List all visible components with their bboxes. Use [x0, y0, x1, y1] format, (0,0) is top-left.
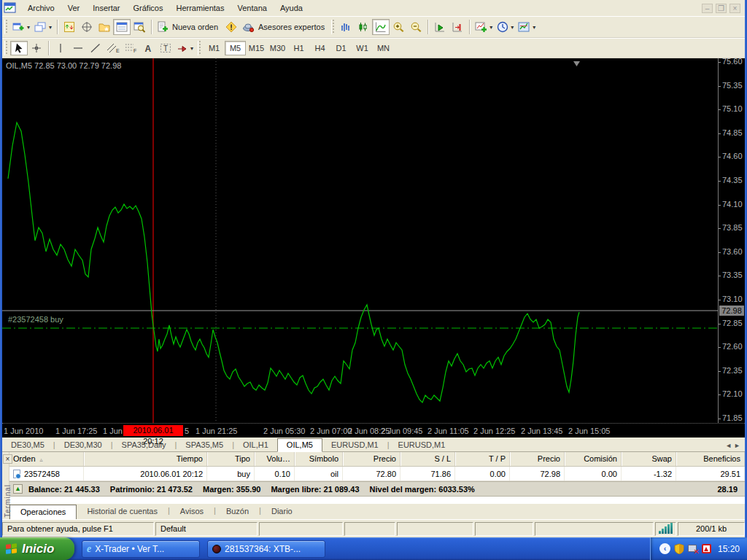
column-header-precio[interactable]: Precio [510, 452, 565, 466]
text-label-button[interactable]: T [157, 41, 174, 55]
timeframe-h4[interactable]: H4 [309, 41, 330, 55]
chart-tab-de30-m5-0[interactable]: DE30,M5 [2, 439, 53, 451]
strategy-tester-button[interactable] [131, 19, 148, 35]
tray-collapse-icon[interactable]: ‹ [659, 543, 670, 554]
timeframe-m15[interactable]: M15 [246, 41, 267, 55]
column-header-comisi-n[interactable]: Comisión [565, 452, 622, 466]
zoom-out-button[interactable] [407, 19, 425, 35]
cursor-button[interactable] [10, 41, 28, 55]
column-header-beneficios[interactable]: Beneficios [676, 452, 745, 466]
timeframe-m5[interactable]: M5 [225, 41, 246, 55]
text-button[interactable]: A [139, 41, 157, 55]
toolbar-grip[interactable] [331, 20, 335, 34]
data-window-button[interactable] [96, 19, 113, 35]
timeframe-w1[interactable]: W1 [352, 41, 373, 55]
time-tick: 2 Jun 15:05 [568, 427, 611, 435]
xtb-app-icon [212, 545, 221, 553]
security-shield-icon[interactable] [674, 543, 684, 554]
menu-herramientas[interactable]: Herramientas [169, 1, 231, 15]
network-disconnected-icon[interactable]: ✕ [688, 545, 698, 553]
expert-advisors-button[interactable]: Asesores expertos [240, 19, 329, 35]
auto-scroll-button[interactable] [431, 19, 449, 35]
toolbar-grip[interactable] [4, 20, 8, 34]
column-header-t-p[interactable]: T / P [455, 452, 510, 466]
menu-ventana[interactable]: Ventana [231, 1, 274, 15]
new-order-button[interactable]: Nueva orden [155, 19, 222, 35]
timeframe-h1[interactable]: H1 [288, 41, 309, 55]
column-header-precio[interactable]: Precio [343, 452, 400, 466]
terminal-tab-buz-n[interactable]: Buzón [216, 505, 259, 518]
terminal-tab-operaciones[interactable]: Operaciones [9, 505, 77, 520]
chart-plot[interactable]: OIL,M5 72.85 73.00 72.79 72.98 #23572458… [2, 58, 718, 423]
equidistant-channel-button[interactable]: E [104, 41, 122, 55]
chart-shift-marker-icon [573, 61, 580, 66]
timeframe-mn[interactable]: MN [373, 41, 394, 55]
timeframe-m30[interactable]: M30 [267, 41, 288, 55]
profiles-button[interactable]: ▾ [32, 19, 54, 35]
candlestick-chart-button[interactable] [355, 19, 372, 35]
terminal-tab-historial-de-cuentas[interactable]: Historial de cuentas [77, 505, 168, 518]
market-watch-button[interactable] [61, 19, 78, 35]
templates-button[interactable]: ▾ [516, 19, 538, 35]
column-header-tiempo[interactable]: Tiempo [84, 452, 207, 466]
crosshair-button[interactable] [28, 41, 45, 55]
antivirus-icon[interactable] [702, 544, 711, 553]
price-tick: 74.10 [719, 200, 745, 209]
vertical-line-button[interactable] [52, 41, 69, 55]
column-header-tipo[interactable]: Tipo [207, 452, 255, 466]
toolbar-grip[interactable] [198, 41, 201, 55]
chart-tab-eurusd-m1-6[interactable]: EURUSD,M1 [322, 439, 387, 451]
bar-chart-button[interactable] [337, 19, 355, 35]
arrows-button[interactable]: ▾ [174, 41, 196, 55]
menu-archivo[interactable]: Archivo [21, 1, 61, 15]
tab-scroll-left-icon[interactable]: ◄ [725, 442, 732, 449]
start-button[interactable]: Inicio [0, 537, 74, 560]
line-chart-button[interactable] [372, 19, 390, 35]
trendline-button[interactable] [87, 41, 104, 55]
periods-button[interactable]: ▾ [495, 19, 516, 35]
toolbar-grip[interactable] [4, 41, 8, 55]
zoom-in-button[interactable] [390, 19, 407, 35]
column-header-volu[interactable]: Volu… [255, 452, 295, 466]
tab-scroll-right-icon[interactable]: ► [734, 442, 740, 449]
taskbar-task-xtb[interactable]: 281537364: XTB-... [207, 540, 325, 558]
chart-tab-oil-m5-5[interactable]: OIL,M5 [277, 438, 322, 452]
chart-tab-spa35-m5-3[interactable]: SPA35,M5 [177, 439, 232, 451]
chart-tab-eurusd-m1-7[interactable]: EURUSD,M1 [390, 439, 454, 451]
toolbar-separator [427, 20, 428, 34]
terminal-button[interactable] [113, 19, 131, 35]
menu-ver[interactable]: Ver [61, 1, 87, 15]
close-terminal-icon[interactable]: × [3, 454, 12, 464]
menu-ayuda[interactable]: Ayuda [274, 1, 309, 15]
order-row[interactable]: 235724582010.06.01 20:12buy0.10oil72.807… [9, 467, 745, 481]
menu-insertar[interactable]: Insertar [86, 1, 126, 15]
restore-icon[interactable]: ❐ [716, 4, 727, 13]
taskbar-task-xtrader[interactable]: e X-Trader • Ver T... [82, 540, 200, 558]
indicators-button[interactable]: ▾ [473, 19, 495, 35]
status-bar: Para obtener ayuda, pulse F1 Default 200… [0, 519, 747, 537]
price-axis[interactable]: 72.98 75.6075.3575.1074.8574.6074.3574.1… [718, 58, 745, 423]
status-profile[interactable]: Default [155, 522, 258, 536]
fibonacci-button[interactable]: F [122, 41, 139, 55]
chart-tab-de30-m30-1[interactable]: DE30,M30 [55, 439, 111, 451]
column-header-orden[interactable]: Orden▵ [9, 452, 84, 466]
navigator-button[interactable] [78, 19, 96, 35]
chart-shift-button[interactable] [449, 19, 466, 35]
horizontal-line-button[interactable] [69, 41, 87, 55]
timeframe-d1[interactable]: D1 [330, 41, 352, 55]
minimize-icon[interactable]: – [702, 4, 713, 13]
column-header-s-l[interactable]: S / L [400, 452, 455, 466]
terminal-tab-avisos[interactable]: Avisos [170, 505, 214, 518]
chart-area[interactable]: OIL,M5 72.85 73.00 72.79 72.98 #23572458… [2, 58, 745, 438]
price-tick: 74.85 [719, 128, 745, 137]
new-chart-button[interactable]: ▾ [10, 19, 32, 35]
metaeditor-button[interactable] [222, 19, 240, 35]
time-axis[interactable]: 2010.06.01 20:12 1 Jun 20101 Jun 17:251 … [2, 423, 745, 438]
timeframe-m1[interactable]: M1 [204, 41, 225, 55]
menu-gr-ficos[interactable]: Gráficos [127, 1, 170, 15]
column-header-s-mbolo[interactable]: Símbolo [295, 452, 343, 466]
close-icon[interactable]: × [729, 4, 740, 13]
terminal-tab-diario[interactable]: Diario [261, 505, 303, 518]
column-header-swap[interactable]: Swap [622, 452, 676, 466]
chart-tab-oil-h1-4[interactable]: OIL,H1 [234, 439, 277, 451]
